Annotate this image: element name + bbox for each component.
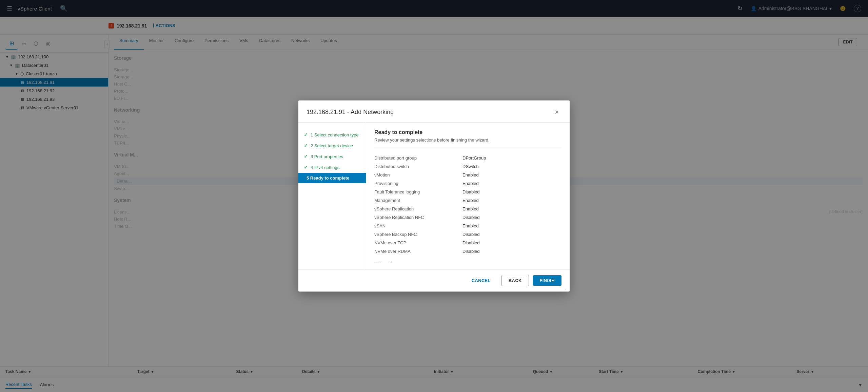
setting-label: vSAN <box>374 223 462 228</box>
wizard-section-title: Ready to complete <box>374 129 561 135</box>
resize-handle[interactable]: ⌟ <box>564 286 568 290</box>
nic-group-title: NIC settings <box>374 261 559 262</box>
setting-row-backup-nfc: vSphere Backup NFC Disabled <box>374 230 559 239</box>
setting-value: Enabled <box>462 206 479 211</box>
setting-value: Disabled <box>462 189 480 194</box>
wizard-step-1[interactable]: ✓ 1 Select connection type <box>298 129 366 140</box>
setting-value: Disabled <box>462 240 480 245</box>
setting-value: Enabled <box>462 181 479 186</box>
modal-footer: CANCEL BACK FINISH <box>298 269 570 292</box>
setting-value: Enabled <box>462 172 479 178</box>
wizard-step-5[interactable]: 5 Ready to complete <box>298 173 366 183</box>
settings-table: Distributed port group DPortGroup Distri… <box>374 154 559 256</box>
settings-scroll-area: Distributed port group DPortGroup Distri… <box>374 154 561 262</box>
step-label: 3 Port properties <box>311 154 343 159</box>
setting-row-vmotion: vMotion Enabled <box>374 171 559 179</box>
modal-body: ✓ 1 Select connection type ✓ 2 Select ta… <box>298 123 570 269</box>
setting-value: Disabled <box>462 232 480 237</box>
setting-label: Distributed port group <box>374 155 462 161</box>
step-check-icon: ✓ <box>304 154 308 159</box>
setting-value: Enabled <box>462 198 479 203</box>
setting-row-vsan: vSAN Enabled <box>374 222 559 230</box>
modal-overlay: 192.168.21.91 - Add Networking × ✓ 1 Sel… <box>0 0 868 392</box>
setting-row-ftl: Fault Tolerance logging Disabled <box>374 188 559 196</box>
back-button[interactable]: BACK <box>501 275 529 286</box>
setting-label: Distributed switch <box>374 164 462 169</box>
nic-settings-group: NIC settings MTU 1500 TCP/IP stack Defau… <box>374 261 559 262</box>
setting-value: DPortGroup <box>462 155 486 161</box>
setting-label: Management <box>374 198 462 203</box>
setting-value: Disabled <box>462 215 480 220</box>
step-label: 5 Ready to complete <box>307 175 349 181</box>
modal-title: 192.168.21.91 - Add Networking <box>307 109 394 116</box>
setting-value: Enabled <box>462 223 479 228</box>
setting-row-nvme-tcp: NVMe over TCP Disabled <box>374 239 559 247</box>
setting-label: Provisioning <box>374 181 462 186</box>
wizard-step-3[interactable]: ✓ 3 Port properties <box>298 151 366 162</box>
step-check-icon: ✓ <box>304 143 308 148</box>
step-check-icon: ✓ <box>304 165 308 170</box>
setting-row-dpg: Distributed port group DPortGroup <box>374 154 559 162</box>
wizard-content-area: Ready to complete Review your settings s… <box>366 123 570 269</box>
setting-label: vMotion <box>374 172 462 178</box>
step-label: 1 Select connection type <box>311 132 359 137</box>
step-label: 2 Select target device <box>311 143 353 148</box>
modal-close-button[interactable]: × <box>552 107 561 117</box>
setting-value: Disabled <box>462 249 480 254</box>
setting-label: NVMe over RDMA <box>374 249 462 254</box>
wizard-divider <box>374 148 561 148</box>
setting-row-management: Management Enabled <box>374 196 559 205</box>
wizard-steps: ✓ 1 Select connection type ✓ 2 Select ta… <box>298 123 366 269</box>
setting-row-vr: vSphere Replication Enabled <box>374 205 559 213</box>
setting-label: NVMe over TCP <box>374 240 462 245</box>
setting-row-vr-nfc: vSphere Replication NFC Disabled <box>374 213 559 222</box>
finish-button[interactable]: FINISH <box>533 275 561 286</box>
cancel-button[interactable]: CANCEL <box>465 275 497 286</box>
step-check-icon: ✓ <box>304 132 308 137</box>
setting-value: DSwitch <box>462 164 479 169</box>
setting-row-nvme-rdma: NVMe over RDMA Disabled <box>374 247 559 256</box>
wizard-step-4[interactable]: ✓ 4 IPv4 settings <box>298 162 366 173</box>
step-label: 4 IPv4 settings <box>311 165 339 170</box>
add-networking-modal: 192.168.21.91 - Add Networking × ✓ 1 Sel… <box>298 100 570 292</box>
setting-row-provisioning: Provisioning Enabled <box>374 179 559 188</box>
wizard-section-desc: Review your settings selections before f… <box>374 137 561 143</box>
wizard-step-2[interactable]: ✓ 2 Select target device <box>298 140 366 151</box>
setting-label: vSphere Replication <box>374 206 462 211</box>
setting-label: Fault Tolerance logging <box>374 189 462 194</box>
modal-header: 192.168.21.91 - Add Networking × <box>298 100 570 123</box>
setting-row-ds: Distributed switch DSwitch <box>374 162 559 171</box>
setting-label: vSphere Backup NFC <box>374 232 462 237</box>
setting-label: vSphere Replication NFC <box>374 215 462 220</box>
